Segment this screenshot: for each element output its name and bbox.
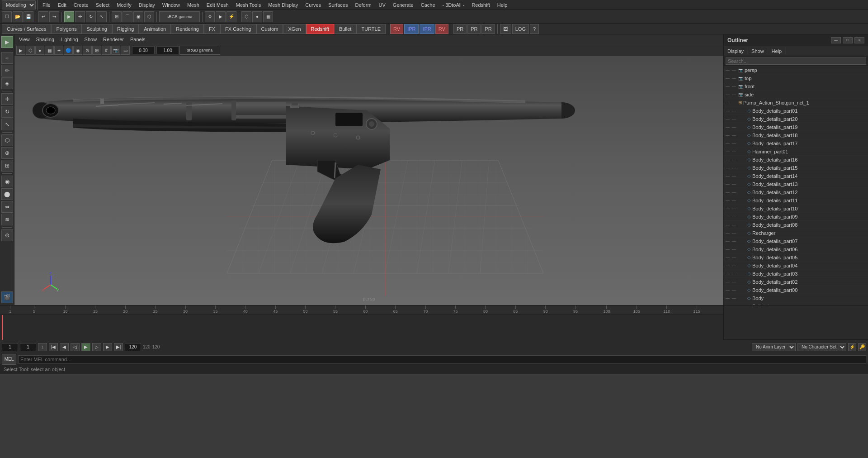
history-btn[interactable]: ⊜ xyxy=(1,229,13,241)
menu-window[interactable]: Window xyxy=(159,1,184,9)
render-frame-btn[interactable]: ▶ xyxy=(216,11,226,22)
vp-wireframe-btn[interactable]: ⬡ xyxy=(26,46,35,55)
tab-redshift[interactable]: Redshift xyxy=(306,24,334,34)
auto-key-btn[interactable]: ⚡ xyxy=(848,343,856,351)
vp-select-type-btn[interactable]: ▶ xyxy=(16,46,25,55)
menu-deform[interactable]: Deform xyxy=(351,1,375,9)
menu-uv[interactable]: UV xyxy=(375,1,389,9)
menu-surfaces[interactable]: Surfaces xyxy=(325,1,351,9)
outliner-item[interactable]: ——◇Body_details_part19 xyxy=(724,123,868,131)
open-file-btn[interactable]: 📂 xyxy=(13,11,23,22)
vp-isolate-btn[interactable]: ⊙ xyxy=(83,46,92,55)
rotate-tool-btn[interactable]: ↻ xyxy=(86,11,96,22)
outliner-maximize-btn[interactable]: □ xyxy=(843,37,853,43)
menu-cache[interactable]: Cache xyxy=(417,1,439,9)
outliner-item[interactable]: ——◇Hammer_part01 xyxy=(724,148,868,156)
help-btn[interactable]: ? xyxy=(530,24,539,34)
outliner-tab-help[interactable]: Help xyxy=(768,48,786,55)
mode-selector[interactable]: Modeling xyxy=(2,0,36,10)
go-end-btn[interactable]: ▶| xyxy=(114,343,123,351)
deform-btn[interactable]: ≋ xyxy=(1,214,13,225)
tab-fx-caching[interactable]: FX Caching xyxy=(220,24,256,34)
tab-turtle[interactable]: TURTLE xyxy=(356,24,386,34)
current-frame-input[interactable]: 1 xyxy=(20,343,36,351)
outliner-item[interactable]: ——◇Body_details_part15 xyxy=(724,164,868,172)
vp-smooth-btn[interactable]: ● xyxy=(35,46,44,55)
outliner-item[interactable]: ——📷top xyxy=(724,74,868,82)
outliner-item[interactable]: ——◇Body_details_part06 xyxy=(724,245,868,253)
outliner-item[interactable]: ——◇Body_details_part17 xyxy=(724,139,868,148)
select-tool-btn[interactable]: ▶ xyxy=(64,11,74,22)
vp-camera-btn[interactable]: 📷 xyxy=(111,46,120,55)
redo-btn[interactable]: ↪ xyxy=(49,11,59,22)
mel-input[interactable] xyxy=(18,355,866,363)
lasso-tool-btn[interactable]: ⌐ xyxy=(1,52,13,64)
pr-btn3[interactable]: PR xyxy=(481,24,495,34)
ipr-render-btn[interactable]: ⚡ xyxy=(226,11,236,22)
menu-modify[interactable]: Modify xyxy=(113,1,135,9)
tab-polygons[interactable]: Polygons xyxy=(51,24,81,34)
tab-bullet[interactable]: Bullet xyxy=(334,24,357,34)
menu-mesh-display[interactable]: Mesh Display xyxy=(264,1,302,9)
pr-btn1[interactable]: PR xyxy=(453,24,467,34)
menu-display[interactable]: Display xyxy=(135,1,159,9)
outliner-item[interactable]: ——◇Body_details_part20 xyxy=(724,115,868,123)
start-frame-input[interactable]: 1 xyxy=(2,343,18,351)
ipr-btn2[interactable]: IPR xyxy=(420,24,434,34)
tab-rigging[interactable]: Rigging xyxy=(112,24,139,34)
go-start-btn[interactable]: |◀ xyxy=(49,343,58,351)
paint-tool-btn[interactable]: ✏ xyxy=(1,65,13,76)
outliner-item[interactable]: ——◇Body_details_part10 xyxy=(724,205,868,213)
sculpt-btn[interactable]: ⬤ xyxy=(1,188,13,200)
menu-mesh[interactable]: Mesh xyxy=(184,1,203,9)
show-manip-btn[interactable]: ⊕ xyxy=(1,147,13,159)
outliner-list[interactable]: ——📷persp——📷top——📷front——📷side—⊞Pump_Acti… xyxy=(724,66,868,305)
end-frame-input[interactable]: 120 xyxy=(125,343,141,351)
viewport[interactable]: View Shading Lighting Show Renderer Pane… xyxy=(14,34,723,305)
vp-view-menu[interactable]: View xyxy=(16,36,33,43)
wireframe-btn[interactable]: ⬡ xyxy=(241,11,251,22)
character-set-dropdown[interactable]: No Character Set xyxy=(797,343,846,351)
ipr-btn1[interactable]: IPR xyxy=(404,24,419,34)
snap-curve-btn[interactable]: ⌒ xyxy=(123,11,132,22)
vp-grid-btn[interactable]: # xyxy=(102,46,111,55)
scale-tool-btn[interactable]: ⤡ xyxy=(97,11,107,22)
tab-rendering[interactable]: Rendering xyxy=(171,24,204,34)
component-btn[interactable]: ◈ xyxy=(1,77,13,89)
coord-x-input[interactable]: 0.00 xyxy=(132,46,155,54)
outliner-tab-display[interactable]: Display xyxy=(724,48,748,55)
gamma-mode-btn[interactable]: sRGB gamma xyxy=(179,46,220,55)
undo-btn[interactable]: ↩ xyxy=(38,11,48,22)
menu-edit[interactable]: Edit xyxy=(54,1,70,9)
outliner-item[interactable]: ——◇Body_details_part08 xyxy=(724,221,868,229)
anim-layer-dropdown[interactable]: No Anim Layer xyxy=(752,343,796,351)
outliner-item[interactable]: ——◇Body_details_part02 xyxy=(724,278,868,286)
quad-draw-btn[interactable]: ⬡ xyxy=(1,134,13,146)
prev-key-btn[interactable]: ◁ xyxy=(71,343,80,351)
menu-generate[interactable]: Generate xyxy=(389,1,417,9)
menu-create[interactable]: Create xyxy=(70,1,92,9)
outliner-item[interactable]: ——◇Body_details_part14 xyxy=(724,172,868,180)
texture-btn[interactable]: ▦ xyxy=(263,11,273,22)
outliner-item[interactable]: ——◇Recharger xyxy=(724,229,868,237)
menu-file[interactable]: File xyxy=(39,1,54,9)
outliner-item[interactable]: ——◇Body_details_part11 xyxy=(724,196,868,205)
rotate-left-btn[interactable]: ↻ xyxy=(1,106,13,118)
outliner-item[interactable]: —⊞Pump_Action_Shotgun_nct_1 xyxy=(724,99,868,107)
outliner-item[interactable]: ——📷front xyxy=(724,82,868,91)
outliner-item[interactable]: ——◇Body_details_part12 xyxy=(724,188,868,196)
play-btn[interactable]: ▶ xyxy=(81,343,90,351)
gamma-value-input[interactable]: 1.00 xyxy=(156,46,179,54)
vp-renderer-menu[interactable]: Renderer xyxy=(100,36,127,43)
select-tool-left-btn[interactable]: ▶ xyxy=(1,36,13,48)
outliner-item[interactable]: ——◇Bullet_box xyxy=(724,302,868,305)
outliner-close-btn[interactable]: × xyxy=(854,37,864,43)
custom-tool-btn[interactable]: ⊞ xyxy=(1,160,13,172)
outliner-item[interactable]: ——◇Body_details_part03 xyxy=(724,270,868,278)
timeline-track[interactable] xyxy=(0,315,723,340)
vp-light-btn[interactable]: ☀ xyxy=(54,46,63,55)
outliner-item[interactable]: ——◇Body xyxy=(724,294,868,302)
render-preview-btn[interactable]: 🎬 xyxy=(1,291,13,303)
tab-xgen[interactable]: XGen xyxy=(283,24,306,34)
menu-redshift[interactable]: Redshift xyxy=(468,1,493,9)
